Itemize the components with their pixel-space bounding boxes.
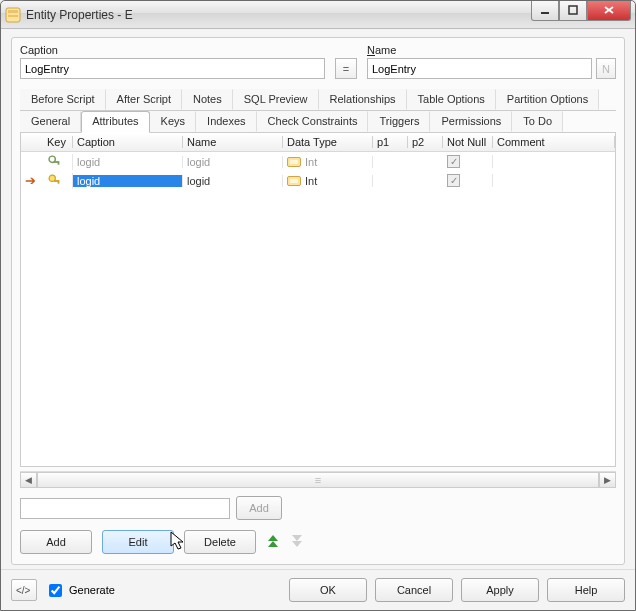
close-button[interactable] — [587, 1, 631, 21]
tab-relationships[interactable]: Relationships — [319, 89, 407, 110]
sql-preview-toggle-button[interactable]: </> — [11, 579, 37, 601]
tab-partition-options[interactable]: Partition Options — [496, 89, 599, 110]
svg-point-10 — [49, 175, 55, 181]
name-label: Name — [367, 44, 616, 56]
delete-button[interactable]: Delete — [184, 530, 256, 554]
cell-key-icon — [43, 154, 73, 170]
col-name[interactable]: Name — [183, 136, 283, 148]
name-input[interactable] — [367, 58, 592, 79]
row-indicator: ➔ — [21, 173, 43, 188]
edit-button[interactable]: Edit — [102, 530, 174, 554]
generate-toggle[interactable]: Generate — [45, 581, 115, 600]
ok-button[interactable]: OK — [289, 578, 367, 602]
quick-add-row: Add — [20, 496, 616, 520]
col-caption[interactable]: Caption — [73, 136, 183, 148]
maximize-button[interactable] — [559, 1, 587, 21]
col-p1[interactable]: p1 — [373, 136, 408, 148]
cell-notnull[interactable] — [443, 174, 493, 188]
notnull-checkbox[interactable] — [447, 155, 460, 168]
tab-notes[interactable]: Notes — [182, 89, 233, 110]
tab-attributes[interactable]: Attributes — [81, 111, 149, 133]
cell-datatype[interactable]: Int — [283, 156, 373, 168]
minimize-button[interactable] — [531, 1, 559, 21]
tab-sql-preview[interactable]: SQL Preview — [233, 89, 319, 110]
primary-key-icon — [48, 154, 61, 168]
sync-caption-name-button[interactable]: = — [335, 58, 357, 79]
grid-body[interactable]: logid logid Int ➔ logid l — [21, 152, 615, 466]
generate-label: Generate — [69, 584, 115, 596]
horizontal-scrollbar[interactable]: ◀ ≡ ▶ — [20, 471, 616, 488]
grid-header: Key Caption Name Data Type p1 p2 Not Nul… — [21, 133, 615, 152]
footer: </> Generate OK Cancel Apply Help — [1, 569, 635, 610]
notnull-checkbox[interactable] — [447, 174, 460, 187]
titlebar[interactable]: Entity Properties - E — [1, 1, 635, 29]
caption-field: Caption — [20, 44, 325, 79]
tab-after-script[interactable]: After Script — [106, 89, 182, 110]
quick-add-button[interactable]: Add — [236, 496, 282, 520]
datatype-icon — [287, 176, 301, 186]
apply-button[interactable]: Apply — [461, 578, 539, 602]
caption-name-row: Caption = Name N — [20, 44, 616, 79]
svg-rect-4 — [569, 6, 577, 14]
cancel-button[interactable]: Cancel — [375, 578, 453, 602]
window-title: Entity Properties - E — [26, 8, 531, 22]
action-button-row: Add Edit Delete — [20, 530, 616, 554]
table-row[interactable]: ➔ logid logid Int — [21, 171, 615, 190]
cell-name[interactable]: logid — [183, 156, 283, 168]
attributes-grid: Key Caption Name Data Type p1 p2 Not Nul… — [20, 133, 616, 467]
svg-rect-9 — [58, 161, 60, 165]
add-button[interactable]: Add — [20, 530, 92, 554]
col-notnull[interactable]: Not Null — [443, 136, 493, 148]
content: Caption = Name N Before Script — [1, 29, 635, 569]
cell-caption[interactable]: logid — [73, 156, 183, 168]
col-datatype[interactable]: Data Type — [283, 136, 373, 148]
tab-table-options[interactable]: Table Options — [407, 89, 496, 110]
cell-caption[interactable]: logid — [73, 175, 183, 187]
cell-key-icon — [43, 173, 73, 189]
tab-check-constraints[interactable]: Check Constraints — [257, 111, 369, 132]
col-p2[interactable]: p2 — [408, 136, 443, 148]
tab-before-script[interactable]: Before Script — [20, 89, 106, 110]
datatype-icon — [287, 157, 301, 167]
caption-input[interactable] — [20, 58, 325, 79]
tabs-row-1: Before Script After Script Notes SQL Pre… — [20, 89, 616, 111]
tab-indexes[interactable]: Indexes — [196, 111, 257, 132]
svg-rect-1 — [8, 10, 18, 13]
main-group: Caption = Name N Before Script — [11, 37, 625, 565]
svg-rect-2 — [8, 15, 18, 17]
tab-to-do[interactable]: To Do — [512, 111, 563, 132]
svg-text:</>: </> — [16, 585, 31, 596]
cell-notnull[interactable] — [443, 155, 493, 169]
scroll-right-button[interactable]: ▶ — [599, 472, 616, 488]
tab-permissions[interactable]: Permissions — [430, 111, 512, 132]
cell-name[interactable]: logid — [183, 175, 283, 187]
caption-label: Caption — [20, 44, 325, 56]
key-icon — [48, 173, 61, 187]
move-down-button[interactable] — [290, 533, 304, 551]
name-field: Name N — [367, 44, 616, 79]
tab-general[interactable]: General — [20, 111, 81, 132]
col-comment[interactable]: Comment — [493, 136, 615, 148]
window-buttons — [531, 1, 631, 21]
tab-triggers[interactable]: Triggers — [368, 111, 430, 132]
svg-rect-12 — [58, 180, 60, 184]
tabs-row-2: General Attributes Keys Indexes Check Co… — [20, 111, 616, 133]
quick-add-input[interactable] — [20, 498, 230, 519]
current-row-arrow-icon: ➔ — [25, 173, 36, 188]
generate-checkbox[interactable] — [49, 584, 62, 597]
svg-point-7 — [49, 156, 55, 162]
col-key[interactable]: Key — [43, 136, 73, 148]
move-up-button[interactable] — [266, 533, 280, 551]
table-row[interactable]: logid logid Int — [21, 152, 615, 171]
name-options-button[interactable]: N — [596, 58, 616, 79]
scroll-thumb[interactable]: ≡ — [37, 472, 599, 488]
window: Entity Properties - E Caption = Name — [0, 0, 636, 611]
tab-keys[interactable]: Keys — [150, 111, 196, 132]
help-button[interactable]: Help — [547, 578, 625, 602]
svg-rect-3 — [541, 12, 549, 14]
cell-datatype[interactable]: Int — [283, 175, 373, 187]
scroll-left-button[interactable]: ◀ — [20, 472, 37, 488]
app-icon — [5, 7, 21, 23]
